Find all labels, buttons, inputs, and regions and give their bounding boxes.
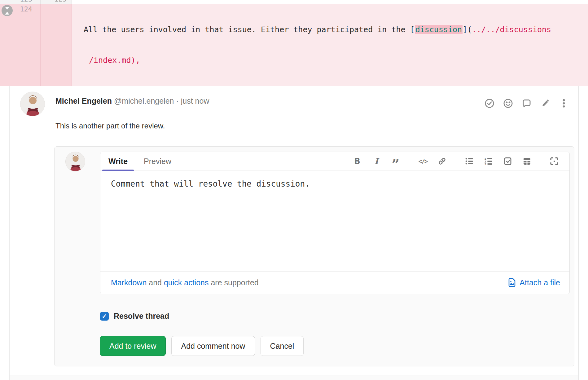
editor-toolbar: B I ” </> <box>353 152 569 171</box>
italic-icon[interactable]: I <box>372 157 381 166</box>
resolve-check-icon[interactable] <box>485 98 494 108</box>
diff-row-removed-124: 124 -All the users involved in that issu… <box>0 4 588 86</box>
bold-icon[interactable]: B <box>353 157 362 166</box>
old-line-number[interactable]: 123 <box>0 0 41 4</box>
new-line-number[interactable] <box>41 4 72 86</box>
author-name[interactable]: Michel Engelen <box>55 97 112 105</box>
resolve-thread-row: ✓ Resolve thread <box>100 312 574 321</box>
bullet-list-icon[interactable] <box>465 157 474 166</box>
attach-file-label: Attach a file <box>520 278 560 287</box>
comment-icon[interactable] <box>522 98 532 108</box>
collapse-diff-icon[interactable] <box>2 5 13 16</box>
reply-form: Write Preview B I ” </> <box>54 146 574 366</box>
cancel-button[interactable]: Cancel <box>261 336 304 356</box>
resolve-thread-label: Resolve thread <box>114 312 169 321</box>
more-vertical-icon[interactable] <box>559 98 569 108</box>
comment-header: Michel Engelen @michel.engelen · just no… <box>10 86 578 116</box>
attach-file-icon <box>507 278 516 287</box>
svg-text:3: 3 <box>485 163 486 166</box>
tab-preview[interactable]: Preview <box>136 152 179 171</box>
edit-pencil-icon[interactable] <box>540 98 550 108</box>
discussion-thread: Michel Engelen @michel.engelen · just no… <box>9 86 579 380</box>
tab-write[interactable]: Write <box>100 152 136 171</box>
table-icon[interactable] <box>522 157 532 166</box>
diff-table-top: 123 123 124 -All the users involved in t… <box>0 0 588 86</box>
comment-timestamp[interactable]: just now <box>181 97 209 105</box>
code-icon[interactable]: </> <box>418 157 428 166</box>
author-handle[interactable]: @michel.engelen <box>114 97 174 105</box>
diff-row-cut: 123 123 <box>0 0 588 4</box>
comment-actions <box>485 92 569 116</box>
link-icon[interactable] <box>437 157 447 166</box>
old-line-number[interactable]: 124 <box>0 4 41 86</box>
word-diff-removed: discussion <box>415 25 463 34</box>
diff-sign: - <box>77 24 84 35</box>
comment-textarea[interactable]: Comment that will resolve the discussion… <box>100 171 569 270</box>
markdown-link[interactable]: Markdown <box>111 278 147 287</box>
diff-code-line <box>72 0 588 4</box>
comment-byline: Michel Engelen @michel.engelen · just no… <box>55 92 209 116</box>
quick-actions-link[interactable]: quick actions <box>164 278 209 287</box>
markdown-editor: Write Preview B I ” </> <box>100 152 570 294</box>
form-buttons: Add to review Add comment now Cancel <box>100 336 574 356</box>
add-to-review-button[interactable]: Add to review <box>100 336 166 356</box>
editor-footer: Markdown and quick actions are supported… <box>100 271 569 294</box>
fullscreen-icon[interactable] <box>550 157 559 166</box>
quote-icon[interactable]: ” <box>391 157 400 166</box>
numbered-list-icon[interactable]: 1 2 3 <box>484 157 493 166</box>
task-list-icon[interactable] <box>503 157 512 166</box>
add-comment-now-button[interactable]: Add comment now <box>171 336 255 356</box>
editor-tabs: Write Preview B I ” </> <box>100 152 569 171</box>
avatar <box>65 152 85 171</box>
diff-code-line: -All the users involved in that issue. E… <box>72 4 588 86</box>
attach-file-button[interactable]: Attach a file <box>507 278 560 287</box>
comment-body: This is another part of the review. <box>55 121 569 131</box>
new-discussion-row <box>10 375 578 380</box>
new-line-number[interactable]: 123 <box>41 0 72 4</box>
resolve-thread-checkbox[interactable]: ✓ <box>100 312 109 321</box>
avatar <box>20 92 45 116</box>
emoji-icon[interactable] <box>503 98 513 108</box>
